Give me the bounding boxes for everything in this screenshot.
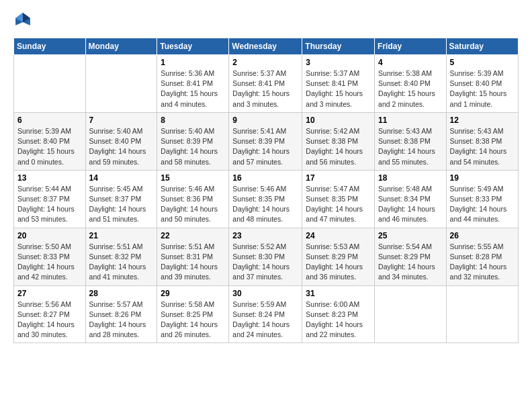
calendar-cell: 9Sunrise: 5:41 AM Sunset: 8:39 PM Daylig… [229,112,302,170]
calendar-cell: 13Sunrise: 5:44 AM Sunset: 8:37 PM Dayli… [14,170,86,228]
day-number: 30 [232,289,298,298]
calendar-cell: 8Sunrise: 5:40 AM Sunset: 8:39 PM Daylig… [157,112,229,170]
day-number: 31 [306,289,371,298]
day-header-thursday: Thursday [302,38,375,55]
calendar-cell: 15Sunrise: 5:46 AM Sunset: 8:36 PM Dayli… [157,170,229,228]
day-info: Sunrise: 5:46 AM Sunset: 8:35 PM Dayligh… [232,184,298,225]
calendar-week-row: 20Sunrise: 5:50 AM Sunset: 8:33 PM Dayli… [14,228,519,285]
day-header-tuesday: Tuesday [157,38,229,55]
header [13,11,519,30]
day-header-friday: Friday [375,38,447,55]
day-info: Sunrise: 5:50 AM Sunset: 8:33 PM Dayligh… [17,242,82,283]
day-number: 9 [232,116,298,125]
calendar-week-row: 1Sunrise: 5:36 AM Sunset: 8:41 PM Daylig… [14,55,519,113]
day-info: Sunrise: 5:43 AM Sunset: 8:38 PM Dayligh… [450,126,515,167]
day-info: Sunrise: 5:37 AM Sunset: 8:41 PM Dayligh… [306,68,371,109]
day-number: 20 [17,231,82,240]
day-number: 25 [378,231,443,240]
day-info: Sunrise: 5:36 AM Sunset: 8:41 PM Dayligh… [161,68,225,109]
day-number: 16 [232,173,298,183]
calendar-cell: 7Sunrise: 5:40 AM Sunset: 8:40 PM Daylig… [85,112,157,170]
calendar-table: SundayMondayTuesdayWednesdayThursdayFrid… [13,38,519,343]
calendar-cell [446,285,518,343]
calendar-cell: 17Sunrise: 5:47 AM Sunset: 8:35 PM Dayli… [302,170,375,228]
calendar-cell: 21Sunrise: 5:51 AM Sunset: 8:32 PM Dayli… [85,228,157,285]
day-header-wednesday: Wednesday [229,38,302,55]
day-number: 23 [232,231,298,240]
logo [13,11,35,30]
day-number: 24 [306,231,371,240]
calendar-cell: 31Sunrise: 6:00 AM Sunset: 8:23 PM Dayli… [302,285,375,343]
day-number: 1 [161,58,225,67]
day-info: Sunrise: 5:38 AM Sunset: 8:40 PM Dayligh… [378,68,443,109]
calendar-header-row: SundayMondayTuesdayWednesdayThursdayFrid… [14,38,519,55]
day-header-saturday: Saturday [446,38,518,55]
calendar-cell: 6Sunrise: 5:39 AM Sunset: 8:40 PM Daylig… [14,112,86,170]
day-info: Sunrise: 5:42 AM Sunset: 8:38 PM Dayligh… [306,126,371,167]
day-info: Sunrise: 5:43 AM Sunset: 8:38 PM Dayligh… [378,126,443,167]
logo-icon [13,11,32,30]
day-info: Sunrise: 5:51 AM Sunset: 8:31 PM Dayligh… [161,242,225,283]
day-info: Sunrise: 5:44 AM Sunset: 8:37 PM Dayligh… [17,184,82,225]
calendar-cell: 19Sunrise: 5:49 AM Sunset: 8:33 PM Dayli… [446,170,518,228]
day-number: 14 [89,173,154,183]
day-number: 2 [232,58,298,67]
calendar-cell: 3Sunrise: 5:37 AM Sunset: 8:41 PM Daylig… [302,55,375,113]
day-info: Sunrise: 5:46 AM Sunset: 8:36 PM Dayligh… [161,184,225,225]
calendar-cell: 1Sunrise: 5:36 AM Sunset: 8:41 PM Daylig… [157,55,229,113]
day-number: 8 [161,116,225,125]
calendar-week-row: 27Sunrise: 5:56 AM Sunset: 8:27 PM Dayli… [14,285,519,343]
calendar-cell: 11Sunrise: 5:43 AM Sunset: 8:38 PM Dayli… [375,112,447,170]
day-info: Sunrise: 5:51 AM Sunset: 8:32 PM Dayligh… [89,242,154,283]
day-header-sunday: Sunday [14,38,86,55]
day-number: 7 [89,116,154,125]
day-info: Sunrise: 5:48 AM Sunset: 8:34 PM Dayligh… [378,184,443,225]
day-info: Sunrise: 5:47 AM Sunset: 8:35 PM Dayligh… [306,184,371,225]
day-info: Sunrise: 5:40 AM Sunset: 8:39 PM Dayligh… [161,126,225,167]
day-info: Sunrise: 5:55 AM Sunset: 8:28 PM Dayligh… [450,242,515,283]
day-number: 15 [161,173,225,183]
calendar-cell: 18Sunrise: 5:48 AM Sunset: 8:34 PM Dayli… [375,170,447,228]
calendar-cell: 22Sunrise: 5:51 AM Sunset: 8:31 PM Dayli… [157,228,229,285]
calendar-cell: 23Sunrise: 5:52 AM Sunset: 8:30 PM Dayli… [229,228,302,285]
calendar-cell: 12Sunrise: 5:43 AM Sunset: 8:38 PM Dayli… [446,112,518,170]
calendar-cell: 30Sunrise: 5:59 AM Sunset: 8:24 PM Dayli… [229,285,302,343]
day-number: 28 [89,289,154,298]
day-number: 11 [378,116,443,125]
calendar-cell: 29Sunrise: 5:58 AM Sunset: 8:25 PM Dayli… [157,285,229,343]
calendar-cell: 5Sunrise: 5:39 AM Sunset: 8:40 PM Daylig… [446,55,518,113]
day-number: 27 [17,289,82,298]
day-number: 6 [17,116,82,125]
page: SundayMondayTuesdayWednesdayThursdayFrid… [0,0,532,411]
day-number: 12 [450,116,515,125]
day-info: Sunrise: 5:49 AM Sunset: 8:33 PM Dayligh… [450,184,515,225]
calendar-cell: 27Sunrise: 5:56 AM Sunset: 8:27 PM Dayli… [14,285,86,343]
day-number: 19 [450,173,515,183]
day-info: Sunrise: 5:58 AM Sunset: 8:25 PM Dayligh… [161,300,225,340]
day-info: Sunrise: 5:53 AM Sunset: 8:29 PM Dayligh… [306,242,371,283]
day-info: Sunrise: 5:54 AM Sunset: 8:29 PM Dayligh… [378,242,443,283]
day-info: Sunrise: 5:40 AM Sunset: 8:40 PM Dayligh… [89,126,154,167]
day-number: 29 [161,289,225,298]
day-info: Sunrise: 5:39 AM Sunset: 8:40 PM Dayligh… [17,126,82,167]
day-number: 3 [306,58,371,67]
calendar-cell: 28Sunrise: 5:57 AM Sunset: 8:26 PM Dayli… [85,285,157,343]
calendar-cell [85,55,157,113]
calendar-cell: 25Sunrise: 5:54 AM Sunset: 8:29 PM Dayli… [375,228,447,285]
calendar-week-row: 13Sunrise: 5:44 AM Sunset: 8:37 PM Dayli… [14,170,519,228]
day-number: 22 [161,231,225,240]
day-number: 18 [378,173,443,183]
day-number: 5 [450,58,515,67]
day-number: 4 [378,58,443,67]
calendar-cell: 2Sunrise: 5:37 AM Sunset: 8:41 PM Daylig… [229,55,302,113]
day-info: Sunrise: 5:41 AM Sunset: 8:39 PM Dayligh… [232,126,298,167]
calendar-cell [14,55,86,113]
day-info: Sunrise: 6:00 AM Sunset: 8:23 PM Dayligh… [306,300,371,340]
calendar-week-row: 6Sunrise: 5:39 AM Sunset: 8:40 PM Daylig… [14,112,519,170]
day-info: Sunrise: 5:37 AM Sunset: 8:41 PM Dayligh… [232,68,298,109]
day-header-monday: Monday [85,38,157,55]
calendar-cell: 26Sunrise: 5:55 AM Sunset: 8:28 PM Dayli… [446,228,518,285]
day-info: Sunrise: 5:56 AM Sunset: 8:27 PM Dayligh… [17,300,82,340]
day-info: Sunrise: 5:52 AM Sunset: 8:30 PM Dayligh… [232,242,298,283]
calendar-cell: 4Sunrise: 5:38 AM Sunset: 8:40 PM Daylig… [375,55,447,113]
